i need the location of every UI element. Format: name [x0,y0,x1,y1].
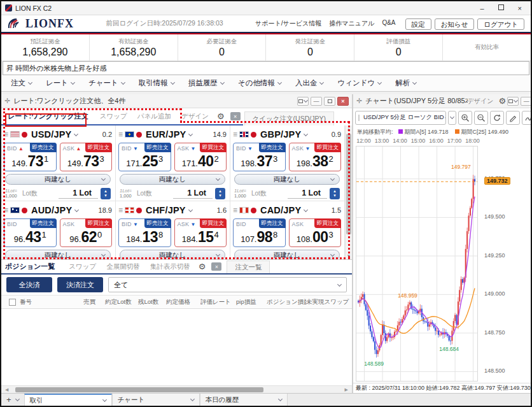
layout-select-button[interactable] [297,97,309,106]
tab-position-list[interactable]: ポジション一覧 [5,262,64,271]
analysis-arrow-icon[interactable] [522,111,532,125]
lot-stepper[interactable]: ▲▼ [215,188,225,199]
hedge-mode-select[interactable]: 両建なし [120,174,225,185]
menu-item-損益履歴[interactable]: 損益履歴 [183,78,232,88]
header-link[interactable]: Q&A [382,19,395,28]
scroll-up-icon[interactable]: ▲ [346,127,352,131]
chevron-down-icon[interactable] [74,207,79,211]
column-header-約定価格[interactable]: 約定価格 [166,298,200,306]
rate-window-titlebar[interactable]: ✛ レート:ワンクリック注文他、全4件 — × [1,94,352,108]
layout-select-button[interactable] [507,97,519,106]
pair-name[interactable]: GBP/JPY [260,129,301,139]
gear-icon[interactable]: ⚙ [499,96,507,106]
scroll-thumb[interactable] [15,387,263,392]
taskbar-tab-本日の履歴[interactable]: 本日の履歴 [200,394,288,406]
rate-scrollbar[interactable]: ▲ ▼ [345,125,352,259]
scroll-right-icon[interactable]: ▶ [345,387,348,392]
rate-tab-スワップ[interactable]: スワップ [95,112,132,121]
positions-tab-全展開切替[interactable]: 全展開切替 [101,262,145,271]
ask-quote-button[interactable]: ASK 即買注文 108.003 [289,218,342,247]
close-all-button[interactable]: 全決済 [6,277,52,292]
gear-icon[interactable]: ⚙ [199,262,206,271]
news-ticker[interactable]: 昇 時間外の米株先物上昇を好感 [3,61,529,75]
move-handle-icon[interactable]: ✛ [356,97,362,105]
column-header-評価レート[interactable]: 評価レート [200,298,236,306]
header-button-設定[interactable]: 設定 [405,18,431,30]
close-order-button[interactable]: 決済注文 [57,277,103,292]
bid-quote-button[interactable]: BID▼ 即売注文 198.373 [233,143,286,171]
chevron-down-icon[interactable] [304,131,308,136]
chevron-down-icon[interactable] [188,207,193,211]
bid-quote-button[interactable]: BID▼ 即売注文 171.253 [118,143,171,171]
zoom-in-icon[interactable] [458,111,472,125]
pair-menu-icon[interactable]: ≡ [118,206,123,215]
chart-type-select[interactable] [448,111,456,125]
chevron-down-icon[interactable] [74,131,78,136]
header-button-お知らせ[interactable]: お知らせ [435,18,475,30]
menu-item-その他情報[interactable]: その他情報 [232,78,290,88]
pair-name[interactable]: CHF/JPY [146,205,186,215]
column-header-ポジション損益[interactable]: ポジション損益 [267,298,306,306]
header-link[interactable]: 操作マニュアル [329,19,374,28]
tab-rate-oneclick[interactable]: レート:ワンクリック注文 [6,111,95,121]
header-button-ログアウト[interactable]: ログアウト [477,18,524,30]
pair-menu-icon[interactable]: ≡ [4,206,8,215]
gear-icon[interactable]: ⚙ [217,111,225,121]
chart-plot-area[interactable]: 149.797148.959148.684148.589 149.750149.… [354,146,532,382]
hedge-mode-select[interactable]: 両建なし [234,250,340,260]
refresh-icon[interactable] [490,111,504,125]
minimize-button[interactable]: – [480,4,484,12]
menu-item-レート[interactable]: レート [40,78,83,88]
menu-item-入出金[interactable]: 入出金 [290,78,332,88]
panel-close-button[interactable]: × [337,97,349,106]
taskbar-tab-取引[interactable]: 取引 [24,394,112,406]
lot-stepper[interactable]: ▲▼ [101,188,111,199]
menu-item-解析[interactable]: 解析 [389,78,424,88]
chart-window-titlebar[interactable]: ✛ チャート(USD/JPY 5分足 80/85本 デザイン ⚙ — × [353,94,532,108]
panel-minimize-button[interactable]: — [521,97,532,106]
ask-quote-button[interactable]: ASK▼ 即買注文 184.154 [174,218,227,247]
select-all-checkbox[interactable] [9,299,16,306]
chevron-down-icon[interactable] [304,207,308,211]
pair-menu-icon[interactable]: ≡ [233,206,237,215]
hedge-mode-select[interactable]: 両建なし [234,174,340,185]
ask-quote-button[interactable]: ASK▼ 即買注文 171.402 [174,143,227,171]
panel-maximize-button[interactable] [324,97,335,106]
close-button[interactable]: × [518,4,522,12]
column-header-残Lot数[interactable]: 残Lot数 [138,298,166,306]
header-link[interactable]: サポート/サービス情報 [255,19,321,28]
lot-stepper[interactable]: ▲▼ [330,188,340,199]
bid-quote-button[interactable]: BID▼ 即売注文 184.138 [118,218,171,247]
position-filter-select[interactable]: 全て [108,277,347,292]
menu-item-ウィンドウ[interactable]: ウィンドウ [332,78,389,88]
chevron-down-icon[interactable] [188,131,193,136]
hedge-mode-select[interactable]: 両建なし [120,250,225,260]
pair-name[interactable]: USD/JPY [31,129,71,139]
bid-quote-button[interactable]: BID 即売注文 107.988 [233,218,286,247]
ask-quote-button[interactable]: ASK 即買注文 96.620 [60,218,113,247]
lot-input[interactable]: 1 Lot [288,189,327,199]
hedge-mode-select[interactable]: 両建なし [5,174,111,185]
panel-minimize-button[interactable]: — [311,97,322,106]
positions-tab-close-icon[interactable]: × [211,262,221,271]
rate-tab-close-icon[interactable]: × [230,112,241,120]
tab-order-list[interactable]: 注文一覧 [227,261,270,273]
rate-tab-デザイン[interactable]: デザイン [176,112,214,121]
column-header-売買[interactable]: 売買 [83,298,105,306]
positions-hscrollbar[interactable]: ◀ ▶ [1,385,352,393]
lot-input[interactable]: 1 Lot [59,189,98,199]
menu-item-取引情報[interactable]: 取引情報 [133,78,183,88]
pair-menu-icon[interactable]: ≡ [118,130,123,139]
bid-quote-button[interactable]: BID▲ 即売注文 149.731 [4,143,57,171]
chart-design-link[interactable]: デザイン [468,97,494,106]
menu-item-チャート[interactable]: チャート [83,78,133,88]
scroll-down-icon[interactable]: ▼ [346,253,352,258]
menu-item-注文[interactable]: 注文 [5,78,40,88]
bid-quote-button[interactable]: BID 即売注文 96.431 [4,218,57,247]
taskbar-tab-チャート[interactable]: チャート [112,394,200,406]
column-header-pip損益[interactable]: pip損益 [236,298,267,306]
lot-input[interactable]: 1 Lot [173,189,213,199]
move-handle-icon[interactable]: ✛ [4,97,10,105]
column-header-約定Lot数[interactable]: 約定Lot数 [105,298,138,306]
pair-name[interactable]: EUR/JPY [146,129,186,139]
